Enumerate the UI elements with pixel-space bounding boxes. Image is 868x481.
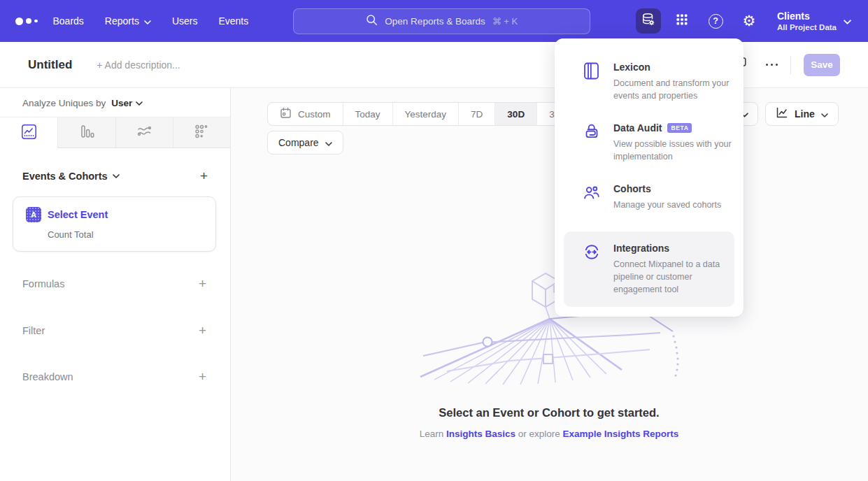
analyze-by-dropdown[interactable]: User [111,98,143,108]
search-icon [366,14,378,29]
menu-item-title: Data Audit [613,122,662,134]
data-management-button[interactable] [636,8,661,34]
menu-item-description: Manage your saved cohorts [613,199,721,211]
dots-grid-tab-icon [194,124,209,142]
compare-dropdown[interactable]: Compare [267,131,343,155]
mixpanel-logo[interactable] [15,17,38,25]
apps-grid-button[interactable] [669,8,695,34]
breakdown-label: Breakdown [22,371,73,382]
date-range-today[interactable]: Today [343,103,392,125]
nav-reports[interactable]: Reports [105,15,151,27]
filter-label: Filter [22,325,45,336]
middle-text: or explore [518,429,560,439]
event-card[interactable]: A Select Event Count Total [13,196,216,252]
project-selector[interactable]: Clients All Project Data [777,10,851,31]
global-search-input[interactable]: Open Reports & Boards ⌘ + K [293,8,590,34]
compare-label: Compare [278,137,319,148]
date-range-label: 7D [471,109,483,120]
formulas-section: Formulas + [22,277,206,290]
gear-icon: ⚙ [743,14,756,29]
add-description-field[interactable]: + Add description... [97,59,180,71]
date-range-label: Custom [298,109,331,120]
add-event-button[interactable]: + [200,169,208,182]
count-total-dropdown[interactable]: Count Total [48,229,207,240]
select-event-button[interactable]: Select Event [48,209,108,220]
date-range-7d[interactable]: 7D [458,103,495,125]
logo-dot [34,20,38,23]
menu-item-integrations[interactable]: Integrations Connect Mixpanel to a data … [564,231,734,307]
search-shortcut: ⌘ + K [492,16,518,27]
report-canvas: Custom Today Yesterday 7D 30D 3M 6M [231,88,868,481]
menu-item-cohorts[interactable]: Cohorts Manage your saved cohorts [555,183,744,211]
events-cohorts-dropdown[interactable]: Events & Cohorts [22,171,120,182]
menu-item-description: Connect Mixpanel to a data pipeline or c… [613,258,723,296]
logo-dot [15,17,23,25]
event-letter-badge: A [26,207,41,222]
empty-state-title: Select an Event or Cohort to get started… [231,406,867,419]
empty-state: Select an Event or Cohort to get started… [231,406,867,439]
tab-retention[interactable] [173,117,230,148]
menu-item-title: Cohorts [613,183,721,194]
database-gear-icon [641,12,656,30]
formulas-label: Formulas [22,278,64,289]
add-formula-button[interactable]: + [199,277,206,290]
chevron-down-icon [844,15,851,27]
chevron-down-icon [144,15,151,27]
menu-item-data-audit[interactable]: Data Audit BETA View possible issues wit… [555,122,744,163]
nav-reports-label: Reports [105,15,139,27]
beta-badge: BETA [667,123,692,134]
grid-icon [675,13,689,29]
menu-item-title: Integrations [613,243,723,254]
chevron-down-icon [821,108,828,120]
chevron-down-icon [113,174,120,178]
chart-type-dropdown[interactable]: Line [765,102,839,126]
logo-dot [26,18,31,24]
date-range-30d-selected[interactable]: 30D [495,103,536,125]
date-range-label: 30D [507,109,525,120]
integrations-sync-icon [583,243,601,262]
lexicon-book-icon [583,62,601,81]
menu-item-title: Lexicon [613,62,732,73]
menu-item-lexicon[interactable]: Lexicon Document and transform your even… [555,62,744,102]
divider [790,56,791,74]
nav-events[interactable]: Events [218,15,248,27]
insights-basics-link[interactable]: Insights Basics [446,429,515,439]
nav-users-label: Users [172,15,198,27]
mixpanel-insights-app: Boards Reports Users Events Open Reports… [0,0,868,481]
nav-boards[interactable]: Boards [53,15,84,27]
chart-type-label: Line [795,108,815,120]
report-title[interactable]: Untitled [28,58,72,72]
navbar-right-tools: ? ⚙ Clients All Project Data [636,8,851,34]
line-chart-tab-icon [21,124,37,143]
help-button[interactable]: ? [703,8,728,34]
menu-item-description: Document and transform your events and p… [613,77,732,102]
date-range-custom[interactable]: Custom [268,103,343,125]
breakdown-section: Breakdown + [22,370,206,383]
tab-bar-chart[interactable] [57,117,115,148]
more-options-button[interactable] [766,64,778,66]
data-management-menu: Lexicon Document and transform your even… [555,38,744,317]
analyze-prefix: Analyze Uniques by [22,98,106,108]
nav-users[interactable]: Users [172,15,198,27]
tab-flow[interactable] [115,117,173,148]
add-breakdown-button[interactable]: + [199,370,206,383]
example-reports-link[interactable]: Example Insights Reports [563,429,679,439]
chevron-down-icon [325,137,332,148]
events-cohorts-label: Events & Cohorts [22,171,108,182]
tab-insights-line[interactable] [0,117,57,148]
date-range-yesterday[interactable]: Yesterday [392,103,459,125]
date-range-label: Today [355,109,380,120]
bar-chart-tab-icon [79,124,94,142]
nav-events-label: Events [218,15,248,27]
save-button[interactable]: Save [804,54,840,76]
project-scope: All Project Data [777,23,837,31]
cohorts-people-icon [583,183,601,203]
settings-button[interactable]: ⚙ [737,8,762,34]
line-chart-icon [776,106,788,122]
top-navbar: Boards Reports Users Events Open Reports… [0,0,868,42]
project-name: Clients [777,10,837,22]
add-filter-button[interactable]: + [199,324,206,337]
flow-tab-icon [136,123,152,142]
analyze-row: Analyze Uniques by User [0,88,230,117]
calendar-icon [280,107,292,121]
